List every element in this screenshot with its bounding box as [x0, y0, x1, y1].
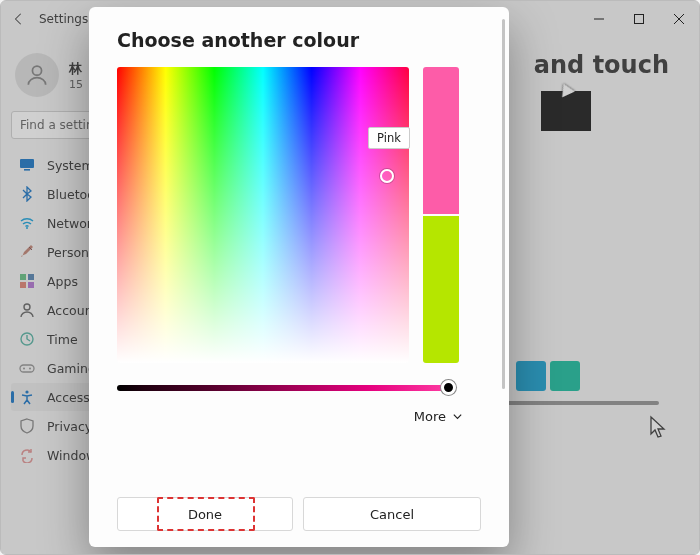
chevron-down-icon: [452, 411, 463, 422]
color-picker-dialog: Choose another colour Pink More Done Can…: [89, 7, 509, 547]
preview-new: [423, 67, 459, 214]
value-slider[interactable]: [117, 385, 452, 391]
more-toggle[interactable]: More: [414, 409, 463, 424]
color-preview: [423, 67, 459, 363]
maximize-button[interactable]: [619, 1, 659, 37]
close-button[interactable]: [659, 1, 699, 37]
svg-rect-1: [635, 15, 644, 24]
minimize-button[interactable]: [579, 1, 619, 37]
slider-thumb[interactable]: [441, 380, 456, 395]
spectrum-selector[interactable]: [380, 169, 394, 183]
color-tooltip: Pink: [368, 127, 410, 149]
color-spectrum[interactable]: Pink: [117, 67, 409, 363]
done-button[interactable]: Done: [117, 497, 293, 531]
dialog-scrollbar[interactable]: [502, 19, 505, 389]
preview-old: [423, 216, 459, 363]
dialog-title: Choose another colour: [117, 29, 481, 51]
more-label: More: [414, 409, 446, 424]
cancel-button[interactable]: Cancel: [303, 497, 481, 531]
window-controls: [579, 1, 699, 37]
